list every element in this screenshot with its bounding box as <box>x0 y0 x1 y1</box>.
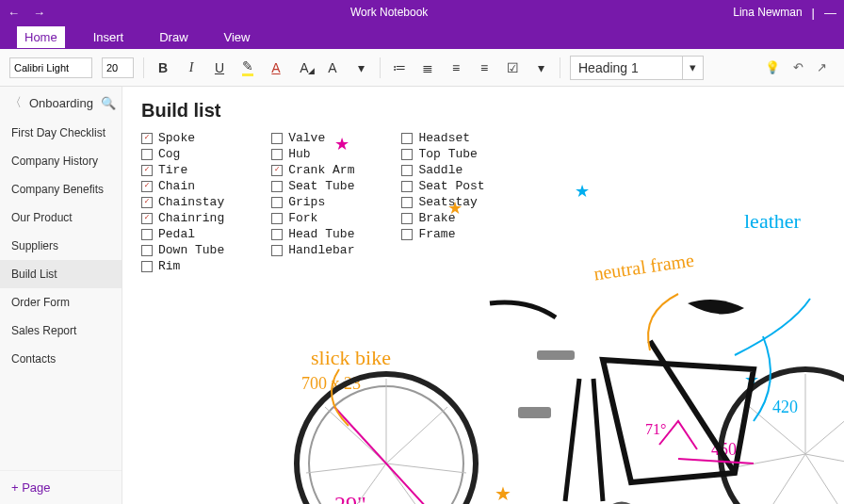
more-para-icon[interactable]: ▾ <box>531 58 550 77</box>
sidebar-item[interactable]: Suppliers <box>0 232 122 260</box>
checkbox[interactable] <box>271 165 283 176</box>
checkbox[interactable] <box>401 213 413 224</box>
tab-home[interactable]: Home <box>17 26 65 48</box>
indent-button[interactable]: ≡ <box>475 58 494 77</box>
page-canvas[interactable]: Build list SpokeCogTireChainChainstayCha… <box>122 87 844 504</box>
svg-line-16 <box>744 402 805 454</box>
checklist-item[interactable]: Handlebar <box>271 243 354 257</box>
checklist-item[interactable]: Top Tube <box>401 147 484 161</box>
checkbox[interactable] <box>141 261 153 272</box>
minimize-icon[interactable]: — <box>824 6 836 20</box>
checkbox[interactable] <box>401 165 413 176</box>
checkbox[interactable] <box>271 197 283 208</box>
checkbox[interactable] <box>141 229 153 240</box>
menu-bar: Home Insert Draw View <box>0 24 844 49</box>
italic-button[interactable]: I <box>182 58 201 77</box>
checklist-item[interactable]: Cog <box>141 147 224 161</box>
sidebar-item[interactable]: Sales Report <box>0 317 122 345</box>
numbering-button[interactable]: ≣ <box>418 58 437 77</box>
checkbox[interactable] <box>141 245 153 256</box>
bullets-button[interactable]: ≔ <box>390 58 409 77</box>
search-icon[interactable]: 🔍 <box>101 96 116 110</box>
checklist-item[interactable]: Grips <box>271 195 354 209</box>
checkbox[interactable] <box>141 133 153 144</box>
user-name[interactable]: Lina Newman <box>733 6 802 19</box>
tab-view[interactable]: View <box>217 26 258 48</box>
checkbox[interactable] <box>271 213 283 224</box>
checkbox[interactable] <box>141 181 153 192</box>
checklist-item[interactable]: Seatstay <box>401 195 484 209</box>
checklist-item[interactable]: Chain <box>141 179 224 193</box>
checkbox[interactable] <box>271 245 283 256</box>
checklist-item[interactable]: Chainstay <box>141 195 224 209</box>
checklist-item[interactable]: Headset <box>401 131 484 145</box>
checklist-item[interactable]: Rim <box>141 259 224 273</box>
checklist-item[interactable]: Fork <box>271 211 354 225</box>
checklist-item[interactable]: Seat Post <box>401 179 484 193</box>
sidebar-item[interactable]: Company Benefits <box>0 175 122 203</box>
checkbox[interactable] <box>271 133 283 144</box>
section-back-icon[interactable]: 〈 <box>9 94 22 111</box>
checklist-item[interactable]: Chainring <box>141 211 224 225</box>
checklist-item[interactable]: Head Tube <box>271 227 354 241</box>
section-name[interactable]: Onboarding <box>29 96 93 110</box>
checklist-label: Tire <box>158 163 187 177</box>
tab-insert[interactable]: Insert <box>86 26 132 48</box>
checklist-item[interactable]: Crank Arm <box>271 163 354 177</box>
sidebar-item[interactable]: Build List <box>0 260 122 288</box>
checklist-item[interactable]: Seat Tube <box>271 179 354 193</box>
checklist-label: Spoke <box>158 131 195 145</box>
checkbox[interactable] <box>141 213 153 224</box>
bold-button[interactable]: B <box>154 58 172 77</box>
share-icon[interactable]: ↗ <box>817 60 827 74</box>
nav-back-icon[interactable]: ← <box>8 6 20 20</box>
checkbox[interactable] <box>271 229 283 240</box>
checkbox[interactable] <box>401 197 413 208</box>
checkbox[interactable] <box>401 181 413 192</box>
sidebar-item[interactable]: First Day Checklist <box>0 119 122 147</box>
outdent-button[interactable]: ≡ <box>446 58 465 77</box>
sidebar-item[interactable]: Order Form <box>0 288 122 317</box>
checkbox[interactable] <box>141 165 153 176</box>
window-title: Work Notebook <box>45 6 733 19</box>
checklist-item[interactable]: Pedal <box>141 227 224 241</box>
sidebar-item[interactable]: Our Product <box>0 203 122 232</box>
checkbox[interactable] <box>141 197 153 208</box>
nav-forward-icon[interactable]: → <box>33 6 45 20</box>
font-color-button[interactable]: A <box>267 58 285 77</box>
checklist-item[interactable]: Spoke <box>141 131 224 145</box>
checklist-item[interactable]: Valve <box>271 131 354 145</box>
checklist-item[interactable]: Frame <box>401 227 484 241</box>
checklist-item[interactable]: Down Tube <box>141 243 224 257</box>
checkbox[interactable] <box>141 149 153 160</box>
tab-draw[interactable]: Draw <box>152 26 195 48</box>
more-format-icon[interactable]: ▾ <box>351 58 370 77</box>
checkbox[interactable] <box>401 229 413 240</box>
underline-button[interactable]: U <box>210 58 229 77</box>
idea-icon[interactable]: 💡 <box>765 60 780 74</box>
sidebar-item[interactable]: Company History <box>0 147 122 175</box>
checkbox[interactable] <box>271 181 283 192</box>
style-dropdown-icon[interactable]: ▾ <box>683 56 704 80</box>
clear-format-button[interactable]: A◢ <box>295 58 314 77</box>
checklist-item[interactable]: Hub <box>271 147 354 161</box>
checkbox[interactable] <box>401 133 413 144</box>
add-page-button[interactable]: + Page <box>0 470 122 504</box>
checklist-label: Seat Tube <box>288 179 354 193</box>
checklist-item[interactable]: Saddle <box>401 163 484 177</box>
sidebar-item[interactable]: Contacts <box>0 345 122 373</box>
svg-line-17 <box>650 341 735 473</box>
todo-button[interactable]: ☑ <box>503 58 522 77</box>
format-painter-button[interactable]: A <box>323 58 342 77</box>
checklist-item[interactable]: Tire <box>141 163 224 177</box>
font-size-input[interactable] <box>102 57 134 78</box>
separator <box>380 57 381 78</box>
checkbox[interactable] <box>271 149 283 160</box>
style-selector[interactable]: Heading 1 <box>570 56 683 80</box>
highlight-button[interactable]: ✎ <box>238 58 257 77</box>
font-name-input[interactable] <box>9 57 92 78</box>
checklist-item[interactable]: Brake <box>401 211 484 225</box>
page-title[interactable]: Build list <box>141 100 825 122</box>
undo-icon[interactable]: ↶ <box>793 60 803 74</box>
checkbox[interactable] <box>401 149 413 160</box>
